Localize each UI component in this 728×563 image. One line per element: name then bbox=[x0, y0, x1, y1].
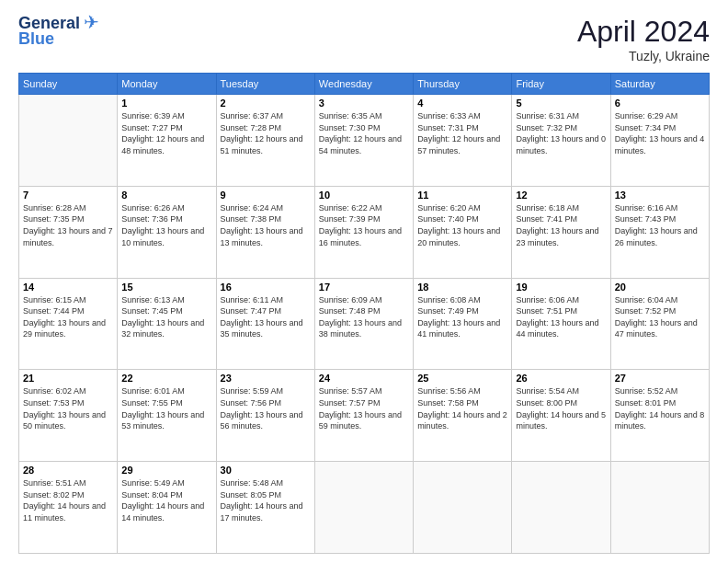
day-number: 25 bbox=[417, 373, 507, 384]
table-row: 14 Sunrise: 6:15 AMSunset: 7:44 PMDaylig… bbox=[19, 278, 118, 370]
table-row: 6 Sunrise: 6:29 AMSunset: 7:34 PMDayligh… bbox=[610, 95, 709, 187]
day-info: Sunrise: 6:20 AMSunset: 7:40 PMDaylight:… bbox=[417, 202, 507, 248]
day-info: Sunrise: 6:28 AMSunset: 7:35 PMDaylight:… bbox=[23, 202, 113, 248]
table-row: 17 Sunrise: 6:09 AMSunset: 7:48 PMDaylig… bbox=[314, 278, 413, 370]
day-number: 28 bbox=[23, 465, 113, 476]
table-row: 25 Sunrise: 5:56 AMSunset: 7:58 PMDaylig… bbox=[414, 370, 512, 462]
table-row: 10 Sunrise: 6:22 AMSunset: 7:39 PMDaylig… bbox=[314, 186, 413, 278]
day-number: 23 bbox=[221, 373, 311, 384]
day-number: 1 bbox=[121, 98, 211, 109]
day-number: 5 bbox=[516, 98, 606, 109]
calendar-table: Sunday Monday Tuesday Wednesday Thursday… bbox=[18, 73, 710, 554]
day-number: 22 bbox=[121, 373, 211, 384]
day-number: 4 bbox=[417, 98, 507, 109]
day-number: 16 bbox=[221, 282, 311, 293]
day-info: Sunrise: 5:59 AMSunset: 7:56 PMDaylight:… bbox=[221, 385, 311, 431]
table-row: 4 Sunrise: 6:33 AMSunset: 7:31 PMDayligh… bbox=[414, 95, 512, 187]
calendar-week-5: 28 Sunrise: 5:51 AMSunset: 8:02 PMDaylig… bbox=[19, 462, 710, 554]
col-friday: Friday bbox=[512, 74, 610, 95]
day-info: Sunrise: 5:49 AMSunset: 8:04 PMDaylight:… bbox=[121, 477, 211, 523]
day-number: 27 bbox=[615, 373, 705, 384]
month-title: April 2024 bbox=[577, 15, 710, 49]
table-row: 24 Sunrise: 5:57 AMSunset: 7:57 PMDaylig… bbox=[314, 370, 413, 462]
day-info: Sunrise: 6:26 AMSunset: 7:36 PMDaylight:… bbox=[121, 202, 211, 248]
logo: General ✈ Blue bbox=[18, 15, 99, 49]
table-row: 15 Sunrise: 6:13 AMSunset: 7:45 PMDaylig… bbox=[118, 278, 216, 370]
day-number: 29 bbox=[121, 465, 211, 476]
day-info: Sunrise: 6:37 AMSunset: 7:28 PMDaylight:… bbox=[221, 110, 311, 156]
day-info: Sunrise: 6:22 AMSunset: 7:39 PMDaylight:… bbox=[319, 202, 409, 248]
day-info: Sunrise: 6:06 AMSunset: 7:51 PMDaylight:… bbox=[516, 294, 606, 340]
day-number: 6 bbox=[615, 98, 705, 109]
col-saturday: Saturday bbox=[610, 74, 709, 95]
table-row: 2 Sunrise: 6:37 AMSunset: 7:28 PMDayligh… bbox=[216, 95, 314, 187]
day-number: 19 bbox=[516, 282, 606, 293]
table-row: 18 Sunrise: 6:08 AMSunset: 7:49 PMDaylig… bbox=[414, 278, 512, 370]
day-number: 8 bbox=[121, 190, 211, 201]
table-row: 23 Sunrise: 5:59 AMSunset: 7:56 PMDaylig… bbox=[216, 370, 314, 462]
day-info: Sunrise: 6:31 AMSunset: 7:32 PMDaylight:… bbox=[516, 110, 606, 156]
table-row: 12 Sunrise: 6:18 AMSunset: 7:41 PMDaylig… bbox=[512, 186, 610, 278]
table-row: 1 Sunrise: 6:39 AMSunset: 7:27 PMDayligh… bbox=[118, 95, 216, 187]
day-info: Sunrise: 6:29 AMSunset: 7:34 PMDaylight:… bbox=[615, 110, 705, 156]
day-info: Sunrise: 6:24 AMSunset: 7:38 PMDaylight:… bbox=[221, 202, 311, 248]
table-row: 19 Sunrise: 6:06 AMSunset: 7:51 PMDaylig… bbox=[512, 278, 610, 370]
logo-blue: Blue bbox=[18, 29, 54, 49]
day-number: 24 bbox=[319, 373, 409, 384]
day-info: Sunrise: 6:35 AMSunset: 7:30 PMDaylight:… bbox=[319, 110, 409, 156]
page: General ✈ Blue April 2024 Tuzly, Ukraine… bbox=[0, 0, 728, 563]
table-row: 28 Sunrise: 5:51 AMSunset: 8:02 PMDaylig… bbox=[19, 462, 118, 554]
table-row: 29 Sunrise: 5:49 AMSunset: 8:04 PMDaylig… bbox=[118, 462, 216, 554]
table-row bbox=[512, 462, 610, 554]
day-number: 13 bbox=[615, 190, 705, 201]
table-row: 21 Sunrise: 6:02 AMSunset: 7:53 PMDaylig… bbox=[19, 370, 118, 462]
table-row bbox=[19, 95, 118, 187]
day-number: 3 bbox=[319, 98, 409, 109]
day-number: 7 bbox=[23, 190, 113, 201]
table-row: 27 Sunrise: 5:52 AMSunset: 8:01 PMDaylig… bbox=[610, 370, 709, 462]
table-row: 11 Sunrise: 6:20 AMSunset: 7:40 PMDaylig… bbox=[414, 186, 512, 278]
table-row: 26 Sunrise: 5:54 AMSunset: 8:00 PMDaylig… bbox=[512, 370, 610, 462]
day-number: 11 bbox=[417, 190, 507, 201]
day-info: Sunrise: 6:16 AMSunset: 7:43 PMDaylight:… bbox=[615, 202, 705, 248]
day-number: 14 bbox=[23, 282, 113, 293]
day-number: 9 bbox=[221, 190, 311, 201]
location: Tuzly, Ukraine bbox=[577, 49, 710, 63]
table-row: 9 Sunrise: 6:24 AMSunset: 7:38 PMDayligh… bbox=[216, 186, 314, 278]
day-info: Sunrise: 6:09 AMSunset: 7:48 PMDaylight:… bbox=[319, 294, 409, 340]
day-info: Sunrise: 5:51 AMSunset: 8:02 PMDaylight:… bbox=[23, 477, 113, 523]
calendar-week-4: 21 Sunrise: 6:02 AMSunset: 7:53 PMDaylig… bbox=[19, 370, 710, 462]
table-row: 7 Sunrise: 6:28 AMSunset: 7:35 PMDayligh… bbox=[19, 186, 118, 278]
table-row bbox=[610, 462, 709, 554]
table-row: 13 Sunrise: 6:16 AMSunset: 7:43 PMDaylig… bbox=[610, 186, 709, 278]
day-info: Sunrise: 6:13 AMSunset: 7:45 PMDaylight:… bbox=[121, 294, 211, 340]
day-info: Sunrise: 5:57 AMSunset: 7:57 PMDaylight:… bbox=[319, 385, 409, 431]
day-number: 20 bbox=[615, 282, 705, 293]
day-info: Sunrise: 5:56 AMSunset: 7:58 PMDaylight:… bbox=[417, 385, 507, 431]
col-monday: Monday bbox=[118, 74, 216, 95]
table-row: 30 Sunrise: 5:48 AMSunset: 8:05 PMDaylig… bbox=[216, 462, 314, 554]
day-info: Sunrise: 6:11 AMSunset: 7:47 PMDaylight:… bbox=[221, 294, 311, 340]
calendar-week-3: 14 Sunrise: 6:15 AMSunset: 7:44 PMDaylig… bbox=[19, 278, 710, 370]
day-info: Sunrise: 6:04 AMSunset: 7:52 PMDaylight:… bbox=[615, 294, 705, 340]
table-row bbox=[414, 462, 512, 554]
day-number: 2 bbox=[221, 98, 311, 109]
col-wednesday: Wednesday bbox=[314, 74, 413, 95]
day-info: Sunrise: 6:01 AMSunset: 7:55 PMDaylight:… bbox=[121, 385, 211, 431]
day-info: Sunrise: 5:54 AMSunset: 8:00 PMDaylight:… bbox=[516, 385, 606, 431]
day-number: 10 bbox=[319, 190, 409, 201]
calendar-header-row: Sunday Monday Tuesday Wednesday Thursday… bbox=[19, 74, 710, 95]
day-info: Sunrise: 5:48 AMSunset: 8:05 PMDaylight:… bbox=[221, 477, 311, 523]
day-number: 26 bbox=[516, 373, 606, 384]
table-row: 8 Sunrise: 6:26 AMSunset: 7:36 PMDayligh… bbox=[118, 186, 216, 278]
title-section: April 2024 Tuzly, Ukraine bbox=[577, 15, 710, 63]
table-row bbox=[314, 462, 413, 554]
logo-bird-icon: ✈ bbox=[84, 11, 99, 33]
day-info: Sunrise: 6:15 AMSunset: 7:44 PMDaylight:… bbox=[23, 294, 113, 340]
calendar-week-1: 1 Sunrise: 6:39 AMSunset: 7:27 PMDayligh… bbox=[19, 95, 710, 187]
day-number: 17 bbox=[319, 282, 409, 293]
table-row: 22 Sunrise: 6:01 AMSunset: 7:55 PMDaylig… bbox=[118, 370, 216, 462]
col-thursday: Thursday bbox=[414, 74, 512, 95]
table-row: 16 Sunrise: 6:11 AMSunset: 7:47 PMDaylig… bbox=[216, 278, 314, 370]
day-number: 30 bbox=[221, 465, 311, 476]
